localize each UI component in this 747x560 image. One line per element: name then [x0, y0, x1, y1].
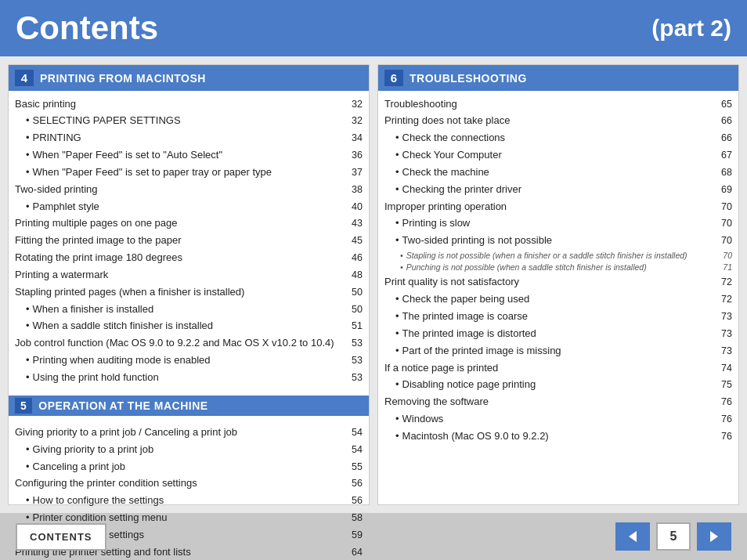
toc-main-entry: Basic printing32	[15, 96, 363, 113]
toc-page: 76	[710, 429, 732, 443]
toc-page: 40	[341, 200, 363, 214]
toc-page: 72	[710, 275, 732, 289]
toc-label: When "Paper Feed" is set to "Auto Select…	[15, 148, 341, 163]
header-title: Contents	[16, 9, 158, 47]
toc-page: 45	[341, 233, 363, 247]
toc-label: Macintosh (Mac OS 9.0 to 9.2.2)	[384, 429, 710, 444]
toc-page: 72	[710, 292, 732, 306]
toc-page: 70	[710, 216, 732, 230]
toc-label: The printed image is distorted	[384, 327, 710, 341]
toc-page: 36	[341, 148, 363, 162]
toc-page: 67	[710, 148, 732, 162]
panel-troubleshooting: 6 TROUBLESHOOTING Troubleshooting65Print…	[377, 64, 739, 505]
toc-bullet-entry: When "Paper Feed" is set to "Auto Select…	[15, 147, 363, 164]
toc-bullet-entry: Part of the printed image is missing73	[384, 342, 732, 359]
section-title-6: TROUBLESHOOTING	[410, 72, 527, 85]
toc-main-entry: Printing multiple pages on one page43	[15, 215, 363, 233]
toc-label: Check the machine	[384, 165, 710, 180]
toc-main-entry: Troubleshooting65	[384, 96, 732, 113]
toc-page: 38	[341, 182, 363, 197]
toc-italic-entry: Punching is not possible (when a saddle …	[384, 262, 732, 274]
toc-bullet-entry: Check the machine68	[384, 164, 732, 181]
toc-label: Disabling notice page printing	[384, 378, 710, 392]
toc-main-entry: Stapling printed pages (when a finisher …	[15, 284, 363, 301]
toc-page: 73	[710, 344, 732, 358]
toc-page: 56	[341, 493, 363, 508]
toc-bullet-entry: When a finisher is installed50	[15, 301, 363, 318]
toc-page: 66	[710, 131, 732, 145]
toc-bullet-entry: Giving priority to a print job54	[15, 441, 363, 458]
toc-italic-entry: Stapling is not possible (when a finishe…	[384, 250, 732, 262]
toc-label: If a notice page is printed	[384, 361, 710, 376]
toc-bullet-entry: Check the connections66	[384, 130, 732, 147]
toc-label: Windows	[384, 412, 710, 427]
toc-page: 75	[710, 378, 732, 392]
prev-page-button[interactable]	[615, 522, 650, 551]
toc-label: Part of the printed image is missing	[384, 344, 710, 359]
toc-main-entry: If a notice page is printed74	[384, 359, 732, 377]
toc-label: Giving priority to a print job	[15, 443, 341, 457]
toc-page: 70	[710, 233, 732, 247]
panel-printing-macintosh: 4 PRINTING FROM MACINTOSH Basic printing…	[8, 64, 370, 505]
panel-4-content: Basic printing32SELECTING PAPER SETTINGS…	[9, 91, 369, 391]
toc-bullet-entry: Disabling notice page printing75	[384, 377, 732, 394]
svg-marker-1	[710, 531, 718, 542]
toc-label: Printing is slow	[384, 216, 710, 231]
toc-page: 37	[341, 165, 363, 179]
toc-label: Two-sided printing	[15, 182, 341, 197]
toc-label: Canceling a print job	[15, 460, 341, 475]
prev-arrow-icon	[626, 529, 640, 544]
toc-main-entry: Rotating the print image 180 degrees46	[15, 250, 363, 267]
toc-label: Punching is not possible (when a saddle …	[384, 262, 710, 273]
section-number-6: 6	[384, 70, 403, 86]
toc-label: Giving priority to a print job / Canceli…	[15, 425, 341, 440]
toc-label: When a saddle stitch finisher is install…	[15, 319, 341, 334]
section-title-5: OPERATION AT THE MACHINE	[38, 399, 208, 412]
toc-bullet-entry: Macintosh (Mac OS 9.0 to 9.2.2)76	[384, 428, 732, 445]
toc-bullet-entry: Check Your Computer67	[384, 147, 732, 164]
contents-button[interactable]: CONTENTS	[16, 523, 106, 551]
toc-bullet-entry: Canceling a print job55	[15, 458, 363, 475]
toc-label: When a finisher is installed	[15, 302, 341, 317]
toc-page: 70	[710, 251, 732, 262]
toc-label: Printing when auditing mode is enabled	[15, 353, 341, 368]
toc-label: Removing the software	[384, 395, 710, 410]
section-5-header: 5OPERATION AT THE MACHINE	[15, 399, 208, 412]
toc-main-entry: Printing a watermark48	[15, 266, 363, 284]
toc-page: 32	[341, 97, 363, 111]
toc-label: Check the connections	[384, 131, 710, 146]
toc-label: Printing multiple pages on one page	[15, 216, 341, 231]
toc-page: 69	[710, 182, 732, 197]
toc-bullet-entry: Pamphlet style40	[15, 198, 363, 215]
toc-label: Check the paper being used	[384, 292, 710, 307]
toc-bullet-entry: Printing is slow70	[384, 215, 732, 233]
toc-label: Configuring the printer condition settin…	[15, 476, 341, 491]
toc-page: 66	[710, 114, 732, 128]
toc-main-entry: Configuring the printer condition settin…	[15, 475, 363, 493]
panel-6-content: Troubleshooting65Printing does not take …	[378, 91, 738, 450]
toc-bullet-entry: PRINTING34	[15, 130, 363, 147]
toc-label: Improper printing operation	[384, 200, 710, 215]
toc-page: 73	[710, 309, 732, 323]
toc-page: 54	[341, 425, 363, 439]
toc-bullet-entry: SELECTING PAPER SETTINGS32	[15, 113, 363, 130]
toc-label: Troubleshooting	[384, 97, 710, 112]
toc-page: 50	[341, 302, 363, 316]
toc-label: Fitting the printed image to the paper	[15, 233, 341, 248]
toc-main-entry: Print quality is not satisfactory72	[384, 274, 732, 291]
toc-main-entry: Fitting the printed image to the paper45	[15, 233, 363, 250]
next-page-button[interactable]	[697, 522, 731, 551]
toc-page: 55	[341, 460, 363, 474]
toc-main-entry: Giving priority to a print job / Canceli…	[15, 424, 363, 441]
svg-marker-0	[629, 531, 637, 542]
toc-page: 53	[341, 353, 363, 367]
toc-label: Stapling printed pages (when a finisher …	[15, 285, 341, 300]
toc-main-entry: Job control function (Mac OS 9.0 to 9.2.…	[15, 335, 363, 352]
toc-main-entry: Printing does not take place66	[384, 113, 732, 130]
toc-page: 56	[341, 476, 363, 490]
toc-label: Check Your Computer	[384, 148, 710, 163]
toc-bullet-entry: Using the print hold function53	[15, 370, 363, 387]
toc-page: 51	[341, 319, 363, 333]
section-number-5: 5	[15, 398, 32, 414]
toc-page: 70	[710, 200, 732, 214]
